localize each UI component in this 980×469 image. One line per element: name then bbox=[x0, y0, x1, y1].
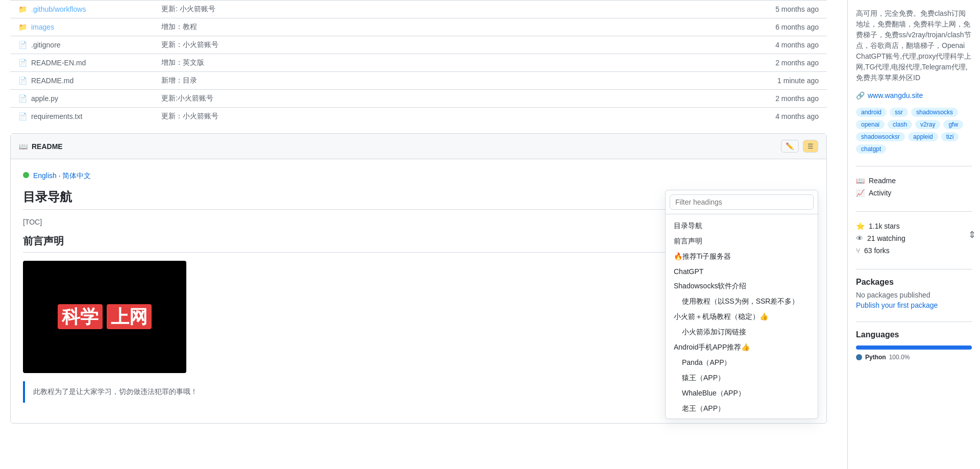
folder-link[interactable]: 📁 images bbox=[18, 23, 145, 31]
website-link[interactable]: 🔗 www.wangdu.site bbox=[856, 91, 972, 100]
commit-time: 2 months ago bbox=[525, 90, 827, 108]
topic-tag[interactable]: tizi bbox=[941, 132, 959, 141]
activity-nav-label: Activity bbox=[869, 189, 891, 197]
packages-title: Packages bbox=[856, 278, 972, 287]
stars-stat[interactable]: ⭐ 1.1k stars bbox=[856, 220, 972, 232]
file-table: 📁 .github/workflows 更新: 小火箭账号 5 months a… bbox=[10, 0, 827, 125]
commit-time: 4 months ago bbox=[525, 36, 827, 54]
readme-title-text: README bbox=[32, 142, 63, 151]
table-row: 📄 README-EN.md 增加：英文版 2 months ago bbox=[10, 54, 827, 72]
sidebar-divider-1 bbox=[856, 166, 972, 166]
topic-tag[interactable]: android bbox=[856, 108, 887, 117]
file-link[interactable]: 📄 README-EN.md bbox=[18, 59, 145, 67]
commit-time: 1 minute ago bbox=[525, 72, 827, 90]
commit-time: 4 months ago bbox=[525, 108, 827, 126]
readme-nav-item[interactable]: 📖 Readme bbox=[856, 175, 972, 187]
commit-time: 6 months ago bbox=[525, 18, 827, 36]
toc-list: 目录导航前言声明🔥推荐Ti子服务器ChatGPTShadowsocks软件介绍使… bbox=[666, 214, 818, 418]
watching-stat[interactable]: 👁 21 watching bbox=[856, 232, 972, 244]
toc-item[interactable]: 小火箭添加订阅链接 bbox=[666, 325, 818, 340]
green-status-dot bbox=[23, 172, 29, 178]
readme-lang-switcher: English · 简体中文 bbox=[23, 171, 814, 181]
toc-filter-container bbox=[666, 190, 818, 214]
commit-message: 增加：教程 bbox=[153, 18, 525, 36]
file-link[interactable]: 📄 requirements.txt bbox=[18, 112, 145, 120]
toc-item[interactable]: 目录导航 bbox=[666, 218, 818, 234]
folder-icon: 📁 bbox=[18, 5, 27, 13]
python-lang-name: Python bbox=[865, 354, 886, 361]
toc-filter-input[interactable] bbox=[670, 194, 814, 210]
file-icon: 📄 bbox=[18, 77, 27, 85]
packages-section: Packages No packages published Publish y… bbox=[856, 278, 972, 309]
commit-time: 2 months ago bbox=[525, 54, 827, 72]
commit-message: 更新:小火箭账号 bbox=[153, 90, 525, 108]
topic-tag[interactable]: chatgpt bbox=[856, 144, 886, 154]
toc-item[interactable]: 猿王（APP） bbox=[666, 371, 818, 386]
sidebar-nav-section: 📖 Readme 📈 Activity bbox=[856, 175, 972, 199]
english-link[interactable]: English bbox=[33, 171, 57, 180]
toc-item[interactable]: ChatGPT bbox=[666, 264, 818, 279]
file-link[interactable]: 📄 .gitignore bbox=[18, 41, 145, 49]
toc-toggle-button[interactable]: ☰ bbox=[803, 140, 818, 153]
toc-item[interactable]: 老王（APP） bbox=[666, 401, 818, 416]
edit-readme-button[interactable]: ✏️ bbox=[781, 140, 799, 153]
toc-item[interactable]: Shadowsocks软件介绍 bbox=[666, 279, 818, 294]
readme-image-text: 科学上网 bbox=[56, 305, 154, 330]
file-link[interactable]: 📄 README.md bbox=[18, 77, 145, 85]
commit-time: 5 months ago bbox=[525, 1, 827, 18]
table-row: 📄 .gitignore 更新：小火箭账号 4 months ago bbox=[10, 36, 827, 54]
toc-item[interactable]: 小火箭＋机场教程（稳定）👍 bbox=[666, 309, 818, 325]
topic-tag[interactable]: shadowsocks bbox=[911, 108, 958, 117]
forks-stat[interactable]: ⑂ 63 forks bbox=[856, 244, 972, 257]
python-lang-dot bbox=[856, 354, 862, 360]
chinese-link[interactable]: 简体中文 bbox=[62, 171, 91, 180]
sidebar-divider-3 bbox=[856, 269, 972, 269]
publish-package-link[interactable]: Publish your first package bbox=[856, 301, 938, 309]
eye-icon: 👁 bbox=[856, 234, 863, 242]
topic-tag[interactable]: v2ray bbox=[915, 120, 940, 129]
toc-item[interactable]: WhaleBlue（APP） bbox=[666, 386, 818, 401]
scroll-indicator: ⇕ bbox=[968, 229, 976, 240]
toc-item[interactable]: Android手机APP推荐👍 bbox=[666, 340, 818, 355]
table-row: 📁 .github/workflows 更新: 小火箭账号 5 months a… bbox=[10, 1, 827, 18]
table-row: 📄 README.md 新增：目录 1 minute ago bbox=[10, 72, 827, 90]
file-name-text: .github/workflows bbox=[31, 5, 86, 13]
topic-tag[interactable]: shadowsocksr bbox=[856, 132, 905, 141]
toc-item[interactable]: 🔥推荐Ti子服务器 bbox=[666, 249, 818, 264]
topic-tag[interactable]: ssr bbox=[890, 108, 908, 117]
readme-actions: ✏️ ☰ bbox=[781, 140, 818, 153]
commit-message: 更新：小火箭账号 bbox=[153, 36, 525, 54]
toc-item[interactable]: 使用教程（以SS为例，SSR差不多） bbox=[666, 294, 818, 309]
right-sidebar: 高可用，完全免费。免费clash订阅地址，免费翻墙，免费科学上网，免费梯子，免费… bbox=[847, 0, 980, 469]
language-bar bbox=[856, 345, 972, 350]
file-link[interactable]: 📄 apple.py bbox=[18, 94, 145, 103]
file-name-text: README-EN.md bbox=[31, 59, 86, 67]
file-icon: 📄 bbox=[18, 41, 27, 49]
toc-item[interactable]: Android手机APP下载地址 bbox=[666, 416, 818, 418]
activity-icon: 📈 bbox=[856, 189, 865, 197]
topic-tag[interactable]: appleid bbox=[908, 132, 938, 141]
sidebar-divider-2 bbox=[856, 211, 972, 212]
toc-item[interactable]: Panda（APP） bbox=[666, 355, 818, 371]
warning-text: 此教程为了是让大家学习，切勿做违法犯罪的事哦！ bbox=[33, 387, 198, 396]
topic-tag[interactable]: gfw bbox=[943, 120, 963, 129]
readme-banner-image: 科学上网 bbox=[23, 261, 186, 373]
folder-link[interactable]: 📁 .github/workflows bbox=[18, 5, 145, 13]
file-name-text: apple.py bbox=[31, 94, 58, 103]
toc-item[interactable]: 前言声明 bbox=[666, 234, 818, 249]
activity-nav-item[interactable]: 📈 Activity bbox=[856, 187, 972, 199]
watching-count: 21 watching bbox=[867, 234, 905, 242]
commit-message: 新增：目录 bbox=[153, 72, 525, 90]
topic-tag[interactable]: clash bbox=[888, 120, 912, 129]
star-icon: ⭐ bbox=[856, 222, 865, 230]
stats-section: ⭐ 1.1k stars 👁 21 watching ⑂ 63 forks bbox=[856, 220, 972, 257]
commit-message: 更新: 小火箭账号 bbox=[153, 1, 525, 18]
file-name-text: requirements.txt bbox=[31, 112, 82, 120]
topic-tag[interactable]: openai bbox=[856, 120, 885, 129]
readme-nav-label: Readme bbox=[869, 177, 896, 185]
tags-container: androidssrshadowsocksopenaiclashv2raygfw… bbox=[856, 108, 972, 154]
link-icon: 🔗 bbox=[856, 91, 865, 100]
file-icon: 📄 bbox=[18, 94, 27, 103]
image-text-before: 科学 bbox=[58, 304, 103, 329]
stars-count: 1.1k stars bbox=[869, 222, 900, 230]
